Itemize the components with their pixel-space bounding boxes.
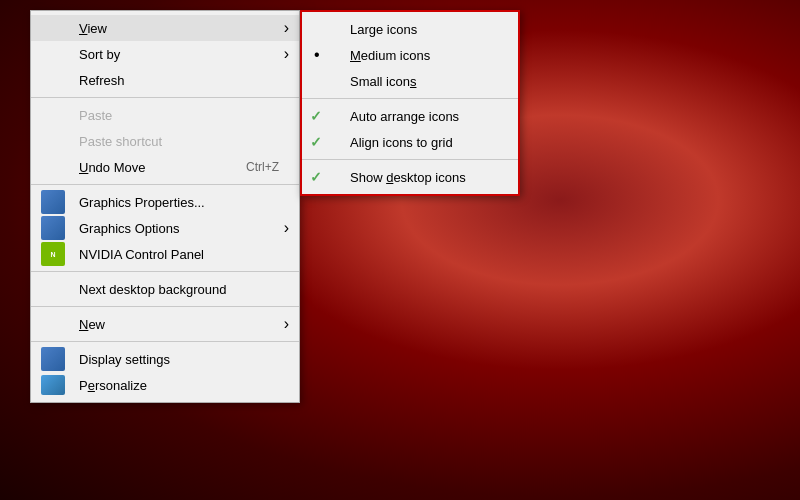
- separator-3: [31, 271, 299, 272]
- separator-1: [31, 97, 299, 98]
- graphics-options-icon: [37, 216, 69, 240]
- separator-2: [31, 184, 299, 185]
- menu-label-next-desktop-bg: Next desktop background: [79, 282, 226, 297]
- submenu-item-auto-arrange[interactable]: ✓ Auto arrange icons: [302, 103, 518, 129]
- graphics-properties-icon: [37, 190, 69, 214]
- display-settings-icon: [37, 347, 69, 371]
- menu-item-paste-shortcut: Paste shortcut: [31, 128, 299, 154]
- bullet-medium-icons: •: [314, 47, 320, 63]
- menu-label-paste: Paste: [79, 108, 112, 123]
- menu-item-display-settings[interactable]: Display settings: [31, 346, 299, 372]
- menu-label-graphics-options: Graphics Options: [79, 221, 179, 236]
- menu-label-view: View: [79, 21, 107, 36]
- menu-item-nvidia[interactable]: N NVIDIA Control Panel: [31, 241, 299, 267]
- menu-item-paste: Paste: [31, 102, 299, 128]
- menu-label-align-grid: Align icons to grid: [350, 135, 453, 150]
- context-menu-wrapper: View Sort by Refresh Paste Paste shortcu…: [30, 10, 520, 403]
- submenu-separator-1: [302, 98, 518, 99]
- submenu-item-show-desktop-icons[interactable]: ✓ Show desktop icons: [302, 164, 518, 190]
- menu-label-show-desktop-icons: Show desktop icons: [350, 170, 466, 185]
- submenu-item-medium-icons[interactable]: • Medium icons: [302, 42, 518, 68]
- menu-item-sort-by[interactable]: Sort by: [31, 41, 299, 67]
- menu-label-personalize: Personalize: [79, 378, 147, 393]
- menu-label-undo-move: Undo Move: [79, 160, 145, 175]
- menu-item-graphics-options[interactable]: Graphics Options: [31, 215, 299, 241]
- submenu-item-large-icons[interactable]: Large icons: [302, 16, 518, 42]
- menu-item-undo-move[interactable]: Undo Move Ctrl+Z: [31, 154, 299, 180]
- menu-item-next-desktop-bg[interactable]: Next desktop background: [31, 276, 299, 302]
- menu-item-personalize[interactable]: Personalize: [31, 372, 299, 398]
- menu-item-view[interactable]: View: [31, 15, 299, 41]
- menu-label-small-icons: Small icons: [350, 74, 416, 89]
- menu-label-auto-arrange: Auto arrange icons: [350, 109, 459, 124]
- menu-label-display-settings: Display settings: [79, 352, 170, 367]
- menu-label-new: New: [79, 317, 105, 332]
- menu-item-graphics-properties[interactable]: Graphics Properties...: [31, 189, 299, 215]
- check-auto-arrange: ✓: [310, 108, 322, 124]
- menu-label-paste-shortcut: Paste shortcut: [79, 134, 162, 149]
- shortcut-undo-move: Ctrl+Z: [216, 160, 279, 174]
- menu-label-sort-by: Sort by: [79, 47, 120, 62]
- check-show-desktop-icons: ✓: [310, 169, 322, 185]
- menu-item-refresh[interactable]: Refresh: [31, 67, 299, 93]
- submenu-separator-2: [302, 159, 518, 160]
- menu-label-nvidia: NVIDIA Control Panel: [79, 247, 204, 262]
- separator-5: [31, 341, 299, 342]
- menu-item-new[interactable]: New: [31, 311, 299, 337]
- menu-label-graphics-properties: Graphics Properties...: [79, 195, 205, 210]
- menu-label-refresh: Refresh: [79, 73, 125, 88]
- check-align-grid: ✓: [310, 134, 322, 150]
- menu-label-medium-icons: Medium icons: [350, 48, 430, 63]
- submenu-item-small-icons[interactable]: Small icons: [302, 68, 518, 94]
- context-menu: View Sort by Refresh Paste Paste shortcu…: [30, 10, 300, 403]
- menu-label-large-icons: Large icons: [350, 22, 417, 37]
- submenu-item-align-grid[interactable]: ✓ Align icons to grid: [302, 129, 518, 155]
- view-submenu: Large icons • Medium icons Small icons ✓…: [300, 10, 520, 196]
- separator-4: [31, 306, 299, 307]
- personalize-icon: [37, 375, 69, 395]
- nvidia-icon: N: [37, 242, 69, 266]
